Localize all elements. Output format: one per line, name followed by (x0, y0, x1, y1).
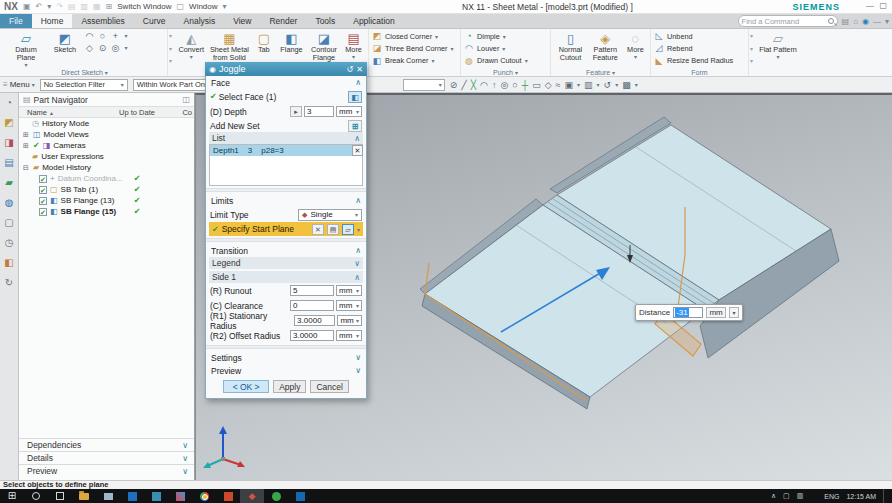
settings-section-header[interactable]: Settings∨ (206, 351, 366, 364)
tree-item-cameras[interactable]: ⊞ ✔ ◨ Cameras (19, 140, 194, 151)
face-section-header[interactable]: Face∧ (206, 76, 366, 89)
pattern-feature-button[interactable]: ◈ Pattern Feature (589, 30, 622, 63)
history-icon[interactable]: ◷ (5, 237, 14, 248)
sheet-metal-from-solid-button[interactable]: ▦ Sheet Metal from Solid (208, 30, 250, 63)
reset-filter-icon[interactable]: ↺ (604, 80, 612, 90)
tree-item-model-views[interactable]: ⊞ ◫ Model Views (19, 129, 194, 140)
ellipse-tool-icon[interactable]: ⊙ (96, 42, 109, 54)
save-icon[interactable]: ▣ (23, 2, 31, 11)
select-face-button[interactable]: ◧ (348, 91, 362, 103)
snap-toggle-icon[interactable]: ⊘ (450, 80, 458, 90)
select-face-row[interactable]: ✔ Select Face (1) ◧ (206, 89, 366, 104)
offset-radius-unit-dropdown[interactable]: mm▾ (336, 330, 362, 341)
menu-button[interactable]: ≡ Menu ▾ (3, 80, 35, 89)
reuse-library-icon[interactable]: ▤ (4, 157, 13, 168)
arc-snap-icon[interactable]: ◠ (480, 80, 488, 90)
assembly-navigator-icon[interactable]: ◔ (6, 97, 12, 108)
photos-button[interactable] (168, 489, 192, 503)
tab-file[interactable]: File (0, 14, 32, 28)
selection-filter-dropdown[interactable]: No Selection Filter▾ (40, 79, 128, 91)
three-bend-corner-button[interactable]: ◪ Three Bend Corner▾ (372, 42, 453, 54)
snap-point-dropdown[interactable]: ▾ (403, 79, 445, 91)
resize-bend-radius-button[interactable]: ◣ Resize Bend Radius (654, 55, 733, 67)
polygon-tool-icon[interactable]: ◇ (83, 42, 96, 54)
clock[interactable]: 12:15 AM (846, 493, 876, 500)
face-rule-icon[interactable]: ▣ (565, 80, 574, 90)
stationary-radius-input[interactable]: 3.0000 (294, 315, 335, 326)
runout-input[interactable]: 5 (290, 285, 334, 296)
details-section[interactable]: Details∨ (19, 451, 194, 464)
tab-feature-button[interactable]: ▢ Tab (252, 30, 275, 55)
sketch-button[interactable]: ◩ Sketch (49, 30, 81, 55)
center-snap-icon[interactable]: ◎ (500, 80, 508, 90)
normal-cutout-button[interactable]: ▯ Normal Cutout (554, 30, 587, 63)
tree-item-sb-tab[interactable]: ✔ ▢ SB Tab (1) ✔ (19, 184, 194, 195)
network-icon[interactable]: ▥ (797, 492, 804, 500)
green-app-button[interactable] (264, 489, 288, 503)
tree-item-model-history[interactable]: ⊟ ▰ Model History (19, 162, 194, 173)
closed-corner-button[interactable]: ◩ Closed Corner▾ (372, 30, 453, 42)
expander-icon[interactable]: ⊞ (23, 131, 30, 139)
midpoint-snap-icon[interactable]: ╳ (471, 80, 476, 90)
flange-button[interactable]: ◧ Flange (277, 30, 306, 55)
pole-snap-icon[interactable]: ↑ (492, 80, 497, 90)
constraint-navigator-icon[interactable]: ◩ (4, 117, 13, 128)
preview-section[interactable]: Preview∨ (19, 464, 194, 477)
runout-unit-dropdown[interactable]: mm▾ (336, 285, 362, 296)
restore-window-button[interactable]: ▢ (879, 1, 887, 10)
window-caret-icon[interactable]: ▾ (223, 2, 227, 11)
list-section-header[interactable]: List∧ (209, 132, 363, 144)
offset-radius-input[interactable]: 3.0000 (290, 330, 334, 341)
point-on-face-snap-icon[interactable]: ◇ (545, 80, 552, 90)
search-button[interactable] (24, 489, 48, 503)
tree-item-sb-flange-15[interactable]: ✔ ◧ SB Flange (15) ✔ (19, 206, 194, 217)
dialog-close-icon[interactable]: ✕ (356, 65, 363, 74)
unbend-button[interactable]: ◺ Unbend (654, 30, 733, 42)
undo-icon[interactable]: ↶ (35, 2, 42, 11)
chrome-button[interactable] (192, 489, 216, 503)
apply-button[interactable]: Apply (273, 380, 306, 393)
language-indicator[interactable]: ENG (824, 493, 839, 500)
legend-section-header[interactable]: Legend∨ (209, 257, 363, 269)
tray-expand-icon[interactable]: ∧ (771, 492, 776, 500)
edge-rule-icon[interactable]: ▥ (584, 80, 593, 90)
point-tool-icon[interactable]: + (109, 30, 122, 42)
minimize-ribbon-icon[interactable]: — (873, 17, 881, 26)
window-menu-button[interactable]: Window (189, 2, 217, 11)
depth-unit-dropdown[interactable]: mm▾ (336, 106, 362, 117)
tab-application[interactable]: Application (344, 14, 404, 28)
feature-checkbox[interactable]: ✔ (39, 175, 47, 183)
tab-home[interactable]: Home (32, 14, 73, 28)
grid-caret-icon[interactable]: ▾ (122, 30, 130, 42)
point-on-curve-snap-icon[interactable]: ≈ (556, 80, 561, 90)
transition-section-header[interactable]: Transition∧ (206, 244, 366, 257)
part-navigator-icon[interactable]: ◨ (4, 137, 13, 148)
view-library-icon[interactable]: ▰ (5, 177, 13, 188)
tab-view[interactable]: View (224, 14, 260, 28)
plane-dialog-icon[interactable]: ▤ (327, 224, 339, 235)
feature-checkbox[interactable]: ✔ (39, 186, 47, 194)
specify-start-plane-row[interactable]: ✔ Specify Start Plane ✕ ▤ ▱ ▾ (209, 222, 363, 236)
feature-group-label[interactable]: Feature ▾ (551, 69, 650, 76)
grid-caret-icon[interactable]: ▾ (122, 42, 130, 54)
dimple-button[interactable]: ◔ Dimple▾ (464, 30, 528, 42)
feature-checkbox[interactable]: ✔ (39, 208, 47, 216)
expander-icon[interactable]: ⊞ (23, 142, 30, 150)
clearance-unit-dropdown[interactable]: mm▾ (336, 300, 362, 311)
blue-app-button[interactable] (288, 489, 312, 503)
convert-button[interactable]: ◭ Convert ▾ (176, 30, 206, 61)
file-explorer-button[interactable] (72, 489, 96, 503)
depth-input[interactable]: 3 (304, 106, 334, 117)
switch-window-button[interactable]: Switch Window (117, 2, 171, 11)
stationary-radius-unit-dropdown[interactable]: mm▾ (337, 315, 362, 326)
remove-set-button[interactable]: ✕ (352, 145, 363, 156)
louver-button[interactable]: ◠ Louver▾ (464, 42, 528, 54)
tree-item-sb-flange-13[interactable]: ✔ ◧ SB Flange (13) ✔ (19, 195, 194, 206)
circle-tool-icon[interactable]: ○ (96, 30, 109, 42)
tree-item-datum-coordinate[interactable]: ✔ + Datum Coordina... ✔ (19, 173, 194, 184)
battery-icon[interactable]: ▢ (783, 492, 790, 500)
endpoint-snap-icon[interactable]: ╱ (461, 80, 466, 90)
process-studio-icon[interactable]: ◧ (4, 257, 13, 268)
cancel-button[interactable]: Cancel (310, 380, 348, 393)
feature-more-button[interactable]: ◌ More ▾ (624, 30, 647, 61)
